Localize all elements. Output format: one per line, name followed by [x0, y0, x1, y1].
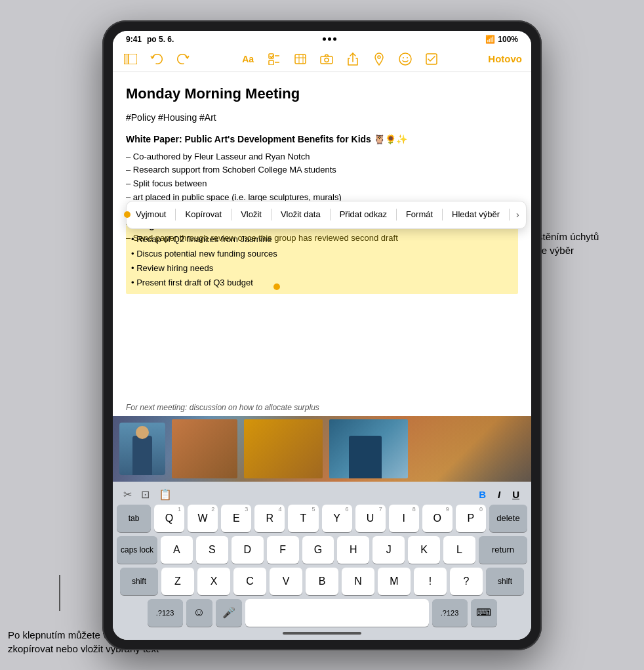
caps-lock-key[interactable]: caps lock: [117, 536, 157, 564]
context-paste-data[interactable]: Vložit data: [274, 205, 327, 224]
key-I[interactable]: 8I: [389, 505, 419, 532]
table-icon[interactable]: [292, 51, 309, 68]
location-icon[interactable]: [371, 51, 388, 68]
redo-icon[interactable]: [174, 51, 191, 68]
key-O[interactable]: 9O: [422, 505, 453, 532]
context-cut[interactable]: Vyjmout: [129, 205, 172, 224]
key-row-1: tab 1Q 2W 3E 4R 5T 6Y 7U 8I 9O 0P delete: [117, 505, 527, 532]
selected-bullet-1: • Recap of Q2 finances from Jasmine: [131, 232, 513, 247]
share-icon[interactable]: [344, 51, 361, 68]
photo-strip: [113, 416, 531, 482]
svg-point-15: [403, 57, 404, 58]
tab-key[interactable]: tab: [117, 505, 151, 532]
toolbar-center: Aa: [239, 51, 440, 68]
selection-handle-bottom[interactable]: [273, 283, 280, 290]
dot1: [323, 37, 326, 41]
context-format[interactable]: Formát: [399, 205, 439, 224]
divider-4: [330, 209, 331, 220]
underline-button[interactable]: U: [511, 489, 521, 500]
space-key[interactable]: [245, 599, 429, 627]
context-paste[interactable]: Vložit: [234, 205, 268, 224]
bold-button[interactable]: B: [477, 489, 487, 500]
key-row-2: caps lock A S D F G H J K L return: [117, 536, 527, 564]
cut-icon[interactable]: ✂: [123, 488, 132, 501]
dot3: [333, 37, 336, 41]
key-L[interactable]: L: [443, 536, 475, 564]
svg-rect-7: [295, 54, 306, 64]
key-H[interactable]: H: [337, 536, 369, 564]
key-Z[interactable]: Z: [161, 568, 194, 595]
key-A[interactable]: A: [161, 536, 193, 564]
keyboard-bottom-bar: [115, 627, 529, 637]
key-S[interactable]: S: [196, 536, 228, 564]
next-meeting: For next meeting: discussion on how to a…: [113, 400, 531, 416]
key-F[interactable]: F: [267, 536, 299, 564]
key-V[interactable]: V: [270, 568, 302, 595]
camera-icon[interactable]: [318, 51, 335, 68]
ipad-frame: 9:41 po 5. 6. 📶 100%: [102, 20, 542, 650]
numbers-key-left[interactable]: .?123: [148, 599, 183, 627]
key-B[interactable]: B: [306, 568, 338, 595]
key-M[interactable]: M: [378, 568, 411, 595]
format-text-icon[interactable]: Aa: [239, 51, 256, 68]
keyboard-key[interactable]: ⌨: [471, 599, 497, 627]
key-G[interactable]: G: [302, 536, 334, 564]
context-menu: Vyjmout Kopírovat Vložit Vložit data Při…: [126, 201, 527, 229]
return-key[interactable]: return: [479, 536, 527, 564]
checkbox-icon[interactable]: [423, 51, 440, 68]
divider-5: [396, 209, 397, 220]
divider-6: [442, 209, 443, 220]
key-P[interactable]: 0P: [456, 505, 486, 532]
note-line-2: – Research support from Schoberl College…: [126, 163, 518, 177]
svg-point-14: [399, 53, 411, 65]
emoji-icon[interactable]: [397, 51, 414, 68]
svg-rect-0: [124, 54, 129, 64]
context-more-arrow[interactable]: ›: [512, 205, 523, 224]
keyboard-top-left: ✂ ⊡ 📋: [123, 488, 172, 501]
svg-point-13: [378, 56, 380, 58]
key-excl[interactable]: !: [414, 568, 447, 595]
note-title: Monday Morning Meeting: [126, 83, 518, 104]
checklist-icon[interactable]: [266, 51, 283, 68]
undo-icon[interactable]: [148, 51, 165, 68]
emoji-key[interactable]: ☺: [186, 599, 212, 627]
key-N[interactable]: N: [342, 568, 374, 595]
key-D[interactable]: D: [231, 536, 264, 564]
toolbar: Aa: [113, 47, 531, 72]
context-add-link[interactable]: Přidat odkaz: [333, 205, 393, 224]
numbers-key-right[interactable]: .?123: [432, 599, 468, 627]
shift-left-key[interactable]: shift: [120, 568, 158, 595]
key-C[interactable]: C: [233, 568, 266, 595]
divider-3: [271, 209, 272, 220]
shift-right-key[interactable]: shift: [486, 568, 524, 595]
keyboard-rows: tab 1Q 2W 3E 4R 5T 6Y 7U 8I 9O 0P delete…: [115, 505, 529, 627]
sidebar-icon[interactable]: [122, 51, 139, 68]
key-E[interactable]: 3E: [221, 505, 251, 532]
context-search[interactable]: Hledat výběr: [445, 205, 506, 224]
key-row-4: .?123 ☺ 🎤 .?123 ⌨: [117, 599, 527, 627]
key-Y[interactable]: 6Y: [322, 505, 352, 532]
divider-7: [509, 209, 510, 220]
key-question[interactable]: ?: [450, 568, 483, 595]
paste-icon[interactable]: 📋: [159, 488, 172, 501]
context-copy[interactable]: Kopírovat: [178, 205, 228, 224]
key-J[interactable]: J: [372, 536, 405, 564]
key-T[interactable]: 5T: [288, 505, 318, 532]
key-W[interactable]: 2W: [188, 505, 218, 532]
delete-key[interactable]: delete: [489, 505, 527, 532]
copy-doc-icon[interactable]: ⊡: [141, 488, 150, 501]
key-X[interactable]: X: [197, 568, 230, 595]
note-content: Monday Morning Meeting #Policy #Housing …: [113, 72, 531, 400]
italic-button[interactable]: I: [496, 489, 502, 500]
key-K[interactable]: K: [408, 536, 440, 564]
status-date: po 5. 6.: [147, 35, 174, 44]
selection-handle-top[interactable]: [124, 211, 131, 218]
keyboard-area: ✂ ⊡ 📋 B I U tab 1Q 2W: [113, 482, 531, 640]
key-U[interactable]: 7U: [355, 505, 386, 532]
done-button[interactable]: Hotovo: [488, 53, 522, 64]
note-line-1: – Co-authored by Fleur Lasseur and Ryan …: [126, 150, 518, 164]
mic-key[interactable]: 🎤: [216, 599, 242, 627]
key-R[interactable]: 4R: [254, 505, 285, 532]
note-tags: #Policy #Housing #Art: [126, 111, 518, 125]
key-Q[interactable]: 1Q: [154, 505, 184, 532]
